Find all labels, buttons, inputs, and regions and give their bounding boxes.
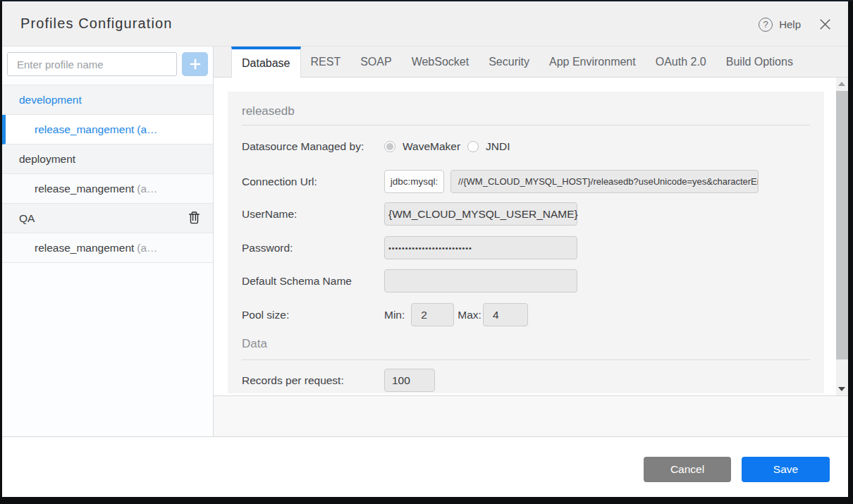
connection-url-row: Connection Url: jdbc:mysql: //{WM_CLOUD_…: [242, 167, 810, 196]
tab-soap[interactable]: SOAP: [350, 47, 401, 77]
add-profile-button[interactable]: [182, 52, 208, 76]
password-input[interactable]: •••••••••••••••••••••••••: [384, 236, 577, 259]
datasource-radio-group: WaveMaker JNDI: [384, 140, 510, 153]
pool-size-control: Min: 2 Max: 4: [384, 303, 528, 326]
records-row: Records per request: 100: [242, 360, 810, 395]
profile-group-qa[interactable]: QA: [2, 204, 213, 233]
profile-item-release-mangement-qa[interactable]: release_mangement(a…: [2, 233, 213, 263]
dialog-body: development release_mangement(a… deploym…: [2, 47, 848, 436]
connection-url-control: jdbc:mysql: //{WM_CLOUD_MYSQL_HOST}/rele…: [384, 170, 759, 193]
database-name-heading: releasedb: [242, 92, 810, 125]
min-label: Min:: [384, 309, 405, 321]
header-actions: ? Help: [759, 18, 848, 32]
pool-size-row: Pool size: Min: 2 Max: 4: [242, 298, 810, 331]
pool-max-input[interactable]: 4: [483, 303, 528, 326]
profile-search-row: [2, 47, 213, 85]
delete-profile-icon[interactable]: [188, 211, 200, 224]
dialog-title: Profiles Configuration: [20, 16, 172, 32]
profile-item-release-mangement-dev[interactable]: release_mangement(a…: [2, 115, 213, 145]
tab-rest[interactable]: REST: [301, 47, 351, 77]
tab-websocket[interactable]: WebSocket: [402, 47, 479, 77]
database-form-card: releasedb Datasource Managed by: WaveMak…: [228, 92, 824, 393]
profile-group-deployment[interactable]: deployment: [2, 145, 213, 174]
pool-min-input[interactable]: 2: [411, 303, 454, 326]
save-button[interactable]: Save: [742, 457, 830, 482]
profile-group-development[interactable]: development: [2, 85, 213, 115]
scroll-down-icon[interactable]: [838, 387, 845, 391]
connection-url-prefix: jdbc:mysql:: [384, 170, 444, 193]
radio-wavemaker[interactable]: [384, 141, 395, 152]
cancel-button[interactable]: Cancel: [644, 457, 731, 482]
profiles-sidebar: development release_mangement(a… deploym…: [2, 47, 214, 436]
help-button[interactable]: ? Help: [759, 18, 801, 32]
schema-row: Default Schema Name: [242, 264, 810, 298]
close-icon[interactable]: [820, 19, 830, 30]
tab-build-options[interactable]: Build Options: [716, 47, 803, 77]
schema-input[interactable]: [384, 269, 577, 293]
username-row: UserName: {WM_CLOUD_MYSQL_USER_NAME}: [242, 196, 810, 232]
form-card-inner: releasedb Datasource Managed by: WaveMak…: [228, 92, 824, 395]
scroll-up-icon[interactable]: [838, 82, 845, 86]
vertical-scrollbar[interactable]: [836, 78, 848, 395]
dialog-header: Profiles Configuration ? Help: [2, 1, 848, 47]
tab-oauth[interactable]: OAuth 2.0: [646, 47, 716, 77]
max-label: Max:: [458, 309, 481, 321]
panel-lower-strip: [214, 396, 848, 436]
profile-item-release-mangement-deploy[interactable]: release_mangement(a…: [2, 174, 213, 204]
username-input[interactable]: {WM_CLOUD_MYSQL_USER_NAME}: [384, 202, 577, 226]
datasource-row: Datasource Managed by: WaveMaker JNDI: [242, 125, 810, 167]
tab-database[interactable]: Database: [231, 47, 301, 78]
tab-security[interactable]: Security: [479, 47, 539, 77]
records-per-request-input[interactable]: 100: [384, 369, 435, 392]
main-panel: Database REST SOAP WebSocket Security Ap…: [214, 47, 848, 436]
dialog-footer: Cancel Save: [2, 436, 848, 497]
profiles-configuration-dialog: Profiles Configuration ? Help: [2, 1, 848, 497]
data-section-heading: Data: [242, 331, 810, 359]
plus-icon: [190, 59, 201, 70]
profile-list: development release_mangement(a… deploym…: [2, 85, 213, 263]
tabs-bar: Database REST SOAP WebSocket Security Ap…: [214, 47, 848, 78]
scrollbar-thumb[interactable]: [836, 91, 848, 359]
app-backdrop: Profiles Configuration ? Help: [0, 0, 853, 504]
connection-url-input[interactable]: //{WM_CLOUD_MYSQL_HOST}/releasedb?useUni…: [450, 170, 759, 193]
help-label: Help: [779, 18, 801, 30]
database-tab-panel: releasedb Datasource Managed by: WaveMak…: [214, 78, 848, 396]
radio-jndi[interactable]: [467, 141, 479, 152]
help-icon: ?: [759, 18, 773, 32]
profile-search-input[interactable]: [7, 52, 177, 76]
password-row: Password: •••••••••••••••••••••••••: [242, 232, 810, 264]
tab-app-environment[interactable]: App Environment: [539, 47, 646, 77]
